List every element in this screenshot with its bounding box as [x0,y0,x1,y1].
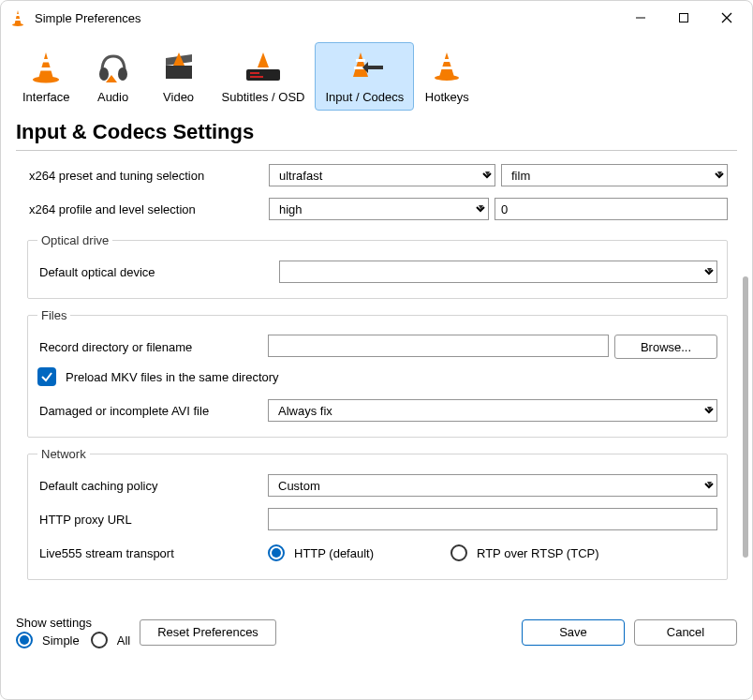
show-settings-group: Show settings Simple All [16,616,130,648]
svg-rect-18 [246,69,280,81]
group-network: Network Default caching policy Custom HT… [27,447,728,580]
titlebar: Simple Preferences [1,1,752,35]
svg-rect-28 [442,59,451,62]
network-legend: Network [37,447,90,461]
group-files: Files Record directory or filename Brows… [27,308,728,438]
live555-http-radio[interactable] [268,544,285,561]
tab-interface[interactable]: Interface [12,42,81,111]
live555-rtp-radio[interactable] [450,544,467,561]
svg-marker-21 [258,52,269,67]
hotkeys-icon [426,47,467,88]
optical-device-select[interactable] [279,261,717,283]
proxy-label: HTTP proxy URL [37,513,268,527]
tab-label: Interface [22,90,70,104]
optical-device-label: Default optical device [37,265,279,279]
svg-marker-8 [38,52,53,79]
x264-preset-select[interactable]: ultrafast [269,164,495,186]
x264-tuning-select[interactable]: film [501,164,728,186]
live555-rtp-label: RTP over RTSP (TCP) [477,546,599,560]
tab-label: Hotkeys [425,90,469,104]
show-settings-label: Show settings [16,616,130,630]
svg-point-30 [435,75,459,81]
codecs-icon [344,47,385,88]
browse-button[interactable]: Browse... [614,335,717,359]
tab-label: Audio [97,90,128,104]
show-simple-label: Simple [42,633,80,648]
svg-point-3 [12,23,23,26]
svg-rect-10 [39,67,52,71]
svg-rect-23 [356,59,365,62]
tab-input-codecs[interactable]: Input / Codecs [315,42,414,111]
tab-video[interactable]: Video [146,42,212,111]
preload-mkv-label: Preload MKV files in the same directory [66,370,279,384]
subtitles-icon [243,47,284,88]
check-icon [40,370,53,383]
row-x264-preset: x264 preset and tuning selection ultrafa… [27,160,728,190]
svg-rect-20 [250,76,263,78]
row-x264-profile: x264 profile and level selection high [27,194,728,224]
tab-label: Subtitles / OSD [222,90,305,104]
record-path-input[interactable] [268,335,609,357]
close-icon [721,12,732,23]
svg-rect-1 [16,14,21,16]
x264-preset-label: x264 preset and tuning selection [27,169,269,183]
preload-mkv-checkbox[interactable] [37,367,56,386]
show-simple-radio[interactable] [16,632,33,648]
window-title: Simple Preferences [35,11,140,25]
caching-label: Default caching policy [37,479,268,493]
tab-hotkeys[interactable]: Hotkeys [414,42,480,111]
close-button[interactable] [705,3,748,33]
minimize-button[interactable] [619,3,662,33]
reset-preferences-button[interactable]: Reset Preferences [140,619,276,646]
tab-label: Input / Codecs [325,90,404,104]
minimize-icon [635,12,646,23]
show-all-label: All [117,633,130,648]
svg-rect-19 [250,72,259,74]
svg-marker-27 [439,52,454,77]
files-legend: Files [37,308,70,322]
group-optical-drive: Optical drive Default optical device [27,233,728,299]
maximize-button[interactable] [662,3,705,33]
svg-point-13 [118,67,127,81]
x264-profile-select[interactable]: high [269,198,489,220]
x264-profile-label: x264 profile and level selection [27,202,269,216]
optical-legend: Optical drive [37,233,112,247]
category-tabs: Interface Audio Video Subtitles / OSD In… [1,35,752,111]
save-button[interactable]: Save [522,619,625,646]
avi-label: Damaged or incomplete AVI file [37,404,268,418]
svg-point-12 [99,67,109,81]
svg-rect-25 [368,66,383,69]
tab-subtitles-osd[interactable]: Subtitles / OSD [212,42,316,111]
preload-mkv-checkbox-row: Preload MKV files in the same directory [37,367,717,386]
clapperboard-icon [158,47,199,88]
show-all-radio[interactable] [91,632,108,648]
svg-point-11 [33,77,59,83]
svg-marker-0 [15,10,22,24]
svg-rect-2 [15,19,22,21]
live555-label: Live555 stream transport [37,546,268,560]
svg-rect-29 [440,67,453,69]
cancel-button[interactable]: Cancel [634,619,737,646]
settings-panel: x264 preset and tuning selection ultrafa… [1,151,752,612]
cone-icon [25,47,66,88]
avi-fix-select[interactable]: Always fix [268,399,717,422]
svg-rect-9 [41,59,51,63]
svg-rect-5 [680,14,688,22]
record-label: Record directory or filename [37,340,268,354]
maximize-icon [678,12,689,23]
caching-policy-select[interactable]: Custom [268,474,717,497]
tab-label: Video [163,90,194,104]
tab-audio[interactable]: Audio [81,42,146,111]
vlc-cone-icon [8,8,27,27]
x264-level-input[interactable] [495,198,728,220]
scrollbar[interactable] [743,276,748,558]
http-proxy-input[interactable] [268,508,717,530]
footer: Show settings Simple All Reset Preferenc… [1,612,752,660]
page-title: Input & Codecs Settings [1,111,752,150]
live555-http-label: HTTP (default) [294,546,374,560]
svg-rect-15 [166,66,192,79]
headphones-icon [93,47,134,88]
